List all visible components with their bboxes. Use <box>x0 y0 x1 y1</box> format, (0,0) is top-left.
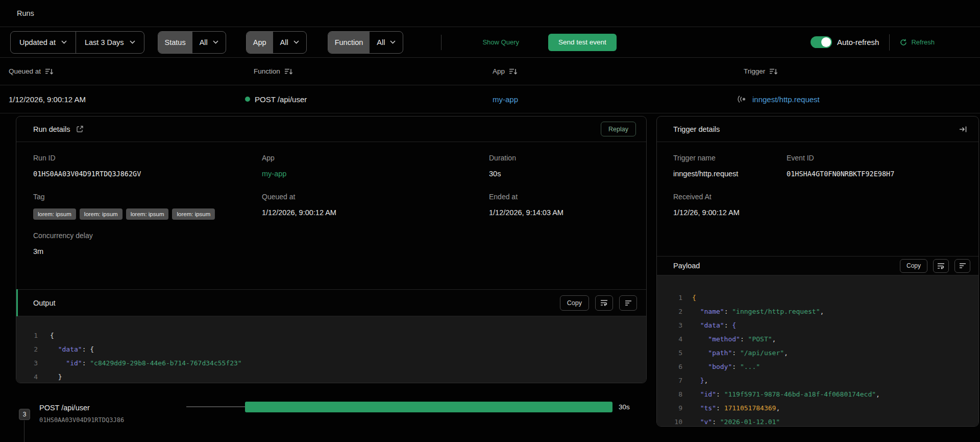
refresh-icon <box>900 39 907 46</box>
code-line: 3 "data": { <box>657 318 978 332</box>
tag-badge: lorem: ipsum <box>126 208 169 220</box>
line-number: 2 <box>657 305 682 318</box>
payload-title: Payload <box>673 262 700 270</box>
copy-payload-button[interactable]: Copy <box>900 259 927 273</box>
chevron-down-icon <box>293 40 299 44</box>
field-trigger-name: Trigger name inngest/http.request <box>673 154 738 178</box>
field-run-id: Run ID 01HS0AA03V04D91RTDQ3J862GV <box>33 154 141 178</box>
field-concurrency-delay: Concurrency delay 3m <box>33 231 93 255</box>
trigger-details-body: Trigger name inngest/http.request Event … <box>657 142 978 426</box>
run-details-header: Run details Replay <box>16 117 646 142</box>
time-range-value: Last 3 Days <box>85 38 124 46</box>
status-dot <box>245 97 250 102</box>
column-trigger: Trigger <box>744 58 778 85</box>
code-line: 2 "data": { <box>16 342 646 356</box>
time-range-dropdown[interactable]: Last 3 Days <box>76 32 144 53</box>
format-button[interactable] <box>619 295 637 311</box>
code-line: 1{ <box>16 329 646 342</box>
cell-app-link[interactable]: my-app <box>493 85 518 113</box>
page-title: Runs <box>17 9 34 17</box>
sort-icon[interactable] <box>45 68 54 75</box>
tag-badge: lorem: ipsum <box>33 208 76 220</box>
format-button[interactable] <box>954 259 970 273</box>
column-function: Function <box>254 58 293 85</box>
refresh-controls: Auto-refresh Refresh <box>811 27 935 57</box>
code-line: 4 "method": "POST", <box>657 332 978 346</box>
line-number: 1 <box>657 291 682 305</box>
time-field-dropdown[interactable]: Updated at <box>11 32 76 53</box>
trigger-details-panel: Trigger details Trigger name inngest/htt… <box>656 116 979 427</box>
time-filter-group: Updated at Last 3 Days <box>10 31 144 54</box>
line-number: 8 <box>657 387 682 401</box>
field-app: App my-app <box>262 154 286 178</box>
function-filter-label: Function <box>328 32 370 53</box>
code-line: 3 "id": "c8429dd9-29b8-44e6-b714-767d34c… <box>16 356 646 370</box>
output-title: Output <box>33 299 56 307</box>
align-left-icon <box>625 300 632 306</box>
timeline-function-name: POST /api/user <box>39 404 90 412</box>
word-wrap-icon <box>600 299 608 306</box>
output-section-header: Output Copy <box>16 289 646 316</box>
output-accent-bar <box>16 289 18 316</box>
event-id-value: 01HSHA4GT0FN0NRBKTF92E98H7 <box>787 170 894 178</box>
line-number: 10 <box>657 415 682 426</box>
copy-output-button[interactable]: Copy <box>560 295 589 311</box>
trigger-details-header: Trigger details <box>657 117 978 142</box>
sort-icon[interactable] <box>769 68 778 75</box>
chevron-down-icon <box>130 40 135 44</box>
show-query-link[interactable]: Show Query <box>482 38 519 46</box>
tag-badge: lorem: ipsum <box>172 208 215 220</box>
external-link-icon[interactable] <box>76 125 84 133</box>
timeline-connector-line <box>186 406 245 407</box>
word-wrap-icon <box>937 263 945 269</box>
step-count-badge[interactable]: 3 <box>19 409 30 420</box>
auto-refresh-toggle[interactable] <box>811 36 832 48</box>
timeline-run-id: 01HS0AA03V04D91RTDQ3J86 <box>39 416 124 424</box>
word-wrap-button[interactable] <box>595 295 613 311</box>
word-wrap-button[interactable] <box>933 259 949 273</box>
filter-bar: Updated at Last 3 Days Status All App Al… <box>0 27 980 58</box>
tree-connector-line <box>24 421 24 442</box>
function-filter-value: All <box>370 32 403 53</box>
line-number: 3 <box>16 356 38 370</box>
replay-button[interactable]: Replay <box>601 122 636 136</box>
payload-code: 1{2 "name": "inngest/http.request",3 "da… <box>657 275 978 426</box>
cell-trigger: inngest/http.request <box>738 85 820 113</box>
code-line: 4 } <box>16 370 646 383</box>
table-row[interactable]: 1/12/2026, 9:00:12 AM POST /api/user my-… <box>0 85 980 113</box>
timeline-duration-bar[interactable] <box>245 402 612 412</box>
toggle-knob <box>821 37 831 47</box>
refresh-label: Refresh <box>911 38 935 46</box>
run-details-title: Run details <box>33 125 70 133</box>
line-number: 1 <box>16 329 38 342</box>
column-app: App <box>493 58 518 85</box>
app-link[interactable]: my-app <box>262 170 286 178</box>
run-id-value: 01HS0AA03V04D91RTDQ3J862GV <box>33 170 141 178</box>
chevron-down-icon <box>61 40 67 44</box>
align-left-icon <box>959 263 966 269</box>
code-line: 10 "v": "2026-01-12.01" <box>657 415 978 426</box>
field-event-id: Event ID 01HSHA4GT0FN0NRBKTF92E98H7 <box>787 154 894 178</box>
function-filter[interactable]: Function All <box>328 31 404 54</box>
status-filter[interactable]: Status All <box>158 31 226 54</box>
chevron-down-icon <box>390 40 396 44</box>
send-test-event-button[interactable]: Send test event <box>548 34 617 51</box>
sort-icon[interactable] <box>284 68 293 75</box>
app-filter[interactable]: App All <box>246 31 307 54</box>
line-number: 4 <box>16 370 38 383</box>
table-header: Queued at Function App Trigger <box>0 58 980 85</box>
code-line: 1{ <box>657 291 978 305</box>
status-filter-label: Status <box>158 32 192 53</box>
auto-refresh-label: Auto-refresh <box>837 38 879 46</box>
divider <box>441 35 442 50</box>
code-line: 7 }, <box>657 374 978 387</box>
event-pulse-icon <box>738 96 746 103</box>
code-line: 6 "body": "..." <box>657 360 978 374</box>
line-number: 6 <box>657 360 682 374</box>
sort-icon[interactable] <box>509 68 518 75</box>
cell-queued-at: 1/12/2026, 9:00:12 AM <box>9 85 86 113</box>
collapse-panel-icon[interactable] <box>959 126 967 133</box>
refresh-button[interactable]: Refresh <box>900 38 935 46</box>
chevron-down-icon <box>213 40 218 44</box>
trigger-link[interactable]: inngest/http.request <box>752 95 820 104</box>
